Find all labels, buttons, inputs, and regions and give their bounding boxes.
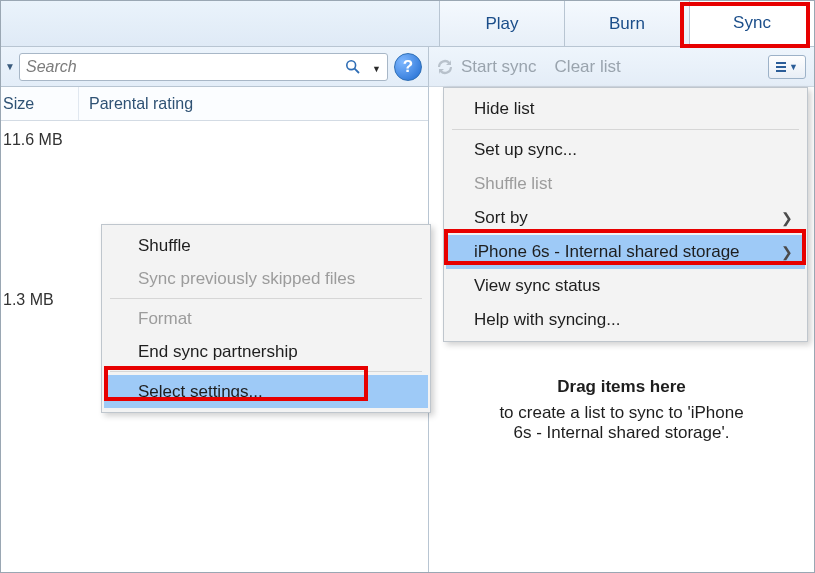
menu-help-syncing[interactable]: Help with syncing... — [446, 303, 805, 337]
start-sync-button: Start sync — [461, 57, 537, 77]
menu-hide-list[interactable]: Hide list — [446, 92, 805, 126]
sync-options-menu: Hide list Set up sync... Shuffle list So… — [443, 87, 808, 342]
chevron-right-icon: ❯ — [781, 210, 793, 226]
submenu-format: Format — [104, 302, 428, 335]
cell-size: 11.6 MB — [1, 131, 79, 149]
chevron-down-icon: ▼ — [789, 62, 798, 72]
menu-label: Sort by — [474, 208, 528, 228]
drop-zone[interactable]: Drag items here to create a list to sync… — [429, 377, 814, 443]
search-input[interactable]: Search ▼ — [19, 53, 388, 81]
submenu-shuffle[interactable]: Shuffle — [104, 229, 428, 262]
drop-zone-text: to create a list to sync to 'iPhone — [459, 403, 784, 423]
list-icon — [776, 62, 786, 72]
list-options-button[interactable]: ▼ — [768, 55, 806, 79]
menu-label: iPhone 6s - Internal shared storage — [474, 242, 740, 262]
submenu-select-settings[interactable]: Select settings... — [104, 375, 428, 408]
svg-line-1 — [355, 68, 359, 72]
tab-play[interactable]: Play — [439, 1, 564, 46]
tab-burn[interactable]: Burn — [564, 1, 689, 46]
chevron-right-icon: ❯ — [781, 244, 793, 260]
tab-sync[interactable]: Sync — [689, 1, 814, 46]
menu-view-sync-status[interactable]: View sync status — [446, 269, 805, 303]
search-row: ▼ Search ▼ ? — [1, 47, 428, 87]
submenu-end-partnership[interactable]: End sync partnership — [104, 335, 428, 368]
menu-separator — [452, 129, 799, 130]
device-submenu: Shuffle Sync previously skipped files Fo… — [101, 224, 431, 413]
menu-sort-by[interactable]: Sort by ❯ — [446, 201, 805, 235]
menu-setup-sync[interactable]: Set up sync... — [446, 133, 805, 167]
menu-device[interactable]: iPhone 6s - Internal shared storage ❯ — [446, 235, 805, 269]
clear-list-button: Clear list — [555, 57, 621, 77]
menu-shuffle-list: Shuffle list — [446, 167, 805, 201]
cell-size: 1.3 MB — [1, 291, 79, 309]
help-icon[interactable]: ? — [394, 53, 422, 81]
column-parental-rating[interactable]: Parental rating — [79, 87, 428, 120]
submenu-sync-previously-skipped: Sync previously skipped files — [104, 262, 428, 295]
search-placeholder: Search — [26, 58, 77, 76]
history-dropdown[interactable]: ▼ — [1, 48, 19, 86]
drop-zone-title: Drag items here — [459, 377, 784, 397]
drop-zone-text: 6s - Internal shared storage'. — [459, 423, 784, 443]
column-headers: Size Parental rating — [1, 87, 428, 121]
search-options-dropdown[interactable]: ▼ — [372, 64, 381, 74]
menu-separator — [110, 298, 422, 299]
svg-point-0 — [347, 60, 356, 69]
search-icon[interactable] — [345, 59, 361, 75]
tab-bar: Play Burn Sync — [1, 1, 814, 47]
column-size[interactable]: Size — [1, 87, 79, 120]
sync-toolbar: Start sync Clear list ▼ — [429, 47, 814, 87]
menu-separator — [110, 371, 422, 372]
refresh-icon — [435, 57, 455, 77]
